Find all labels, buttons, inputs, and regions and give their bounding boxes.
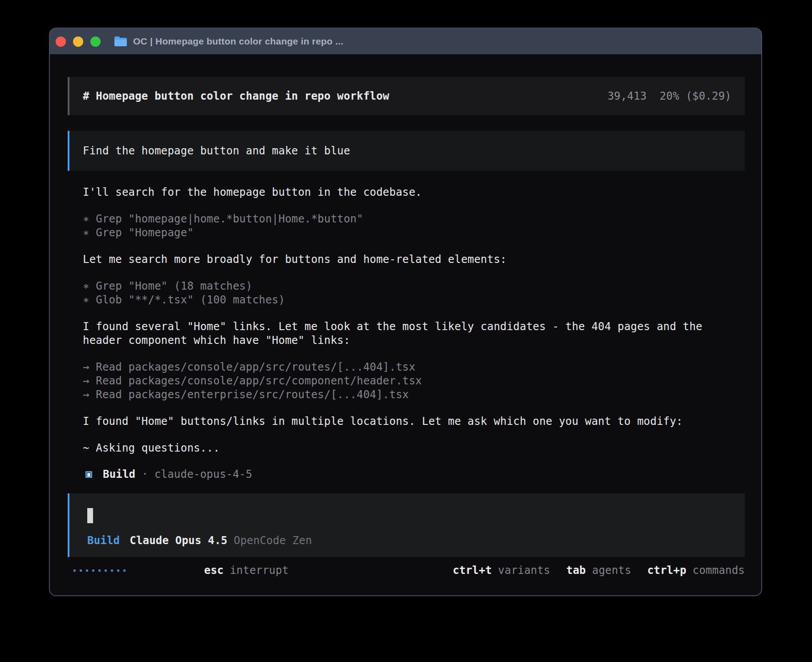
esc-key: esc [204,564,224,577]
zoom-button[interactable] [90,36,101,47]
esc-label: interrupt [230,564,288,577]
assistant-text: I found several "Home" links. Let me loo… [83,320,715,347]
tool-call-line: ∗ Grep "Home" (18 matches) [83,279,715,293]
spinner-dot [111,569,113,572]
spinner-dot [123,569,126,572]
model-id: claude-opus-4-5 [154,468,252,481]
spinner-dot [92,569,94,572]
assistant-text: ~ Asking questions... [83,441,715,455]
user-message-text: Find the homepage button and make it blu… [83,144,350,158]
agent-build-icon [85,471,92,478]
interrupt-hint: escinterrupt [139,550,288,591]
close-button[interactable] [56,36,66,47]
spinner-dot [73,569,76,572]
keybind-label: commands [693,564,745,577]
tool-call-line: ∗ Grep "Homepage" [83,226,715,240]
prompt-meta-row: Build Claude Opus 4.5 OpenCode Zen [87,534,727,548]
statusbar-hints: ctrl+tvariantstabagentsctrl+pcommands [453,564,745,577]
window-title: OC | Homepage button color change in rep… [133,36,343,47]
tool-call-line: → Read packages/enterprise/src/routes/[.… [83,388,715,402]
keybind-key: tab [566,564,586,577]
tool-call-line: → Read packages/console/app/src/componen… [83,374,715,388]
agent-status: Build · claude-opus-4-5 [83,468,761,481]
prompt-agent[interactable]: Build [87,534,120,548]
minimize-button[interactable] [73,36,83,47]
user-message: Find the homepage button and make it blu… [68,131,745,171]
spinner-dot [80,569,82,572]
spinner-dot [117,569,119,572]
prompt-provider: OpenCode Zen [234,534,312,548]
assistant-text: I found "Home" buttons/links in multiple… [83,415,715,428]
spinner-dot [86,569,88,572]
terminal-content: # Homepage button color change in repo w… [50,54,761,595]
keybind-hint: tabagents [566,564,631,577]
prompt-input[interactable]: Build Claude Opus 4.5 OpenCode Zen [68,493,745,557]
keybind-label: agents [592,564,631,577]
folder-icon [114,36,127,47]
spinner-dot [98,569,101,572]
assistant-text: I'll search for the homepage button in t… [83,186,715,199]
terminal-window: OC | Homepage button color change in rep… [49,28,762,596]
spinner-dot [105,569,107,572]
session-stats: 39,413 20% ($0.29) [608,89,731,103]
titlebar[interactable]: OC | Homepage button color change in rep… [50,28,761,54]
prompt-model[interactable]: Claude Opus 4.5 [130,534,227,548]
status-separator: · [142,468,148,481]
agent-name: Build [103,468,135,481]
spinner-dots [73,569,126,572]
tool-call-group: → Read packages/console/app/src/routes/[… [83,360,715,402]
input-cursor [87,508,93,523]
assistant-text: Let me search more broadly for buttons a… [83,253,715,266]
tool-call-group: ∗ Grep "Home" (18 matches)∗ Glob "**/*.t… [83,279,715,307]
tool-call-group: ∗ Grep "homepage|home.*button|Home.*butt… [83,212,715,240]
keybind-label: variants [498,564,550,577]
keybind-key: ctrl+t [453,564,492,577]
keybind-hint: ctrl+tvariants [453,564,550,577]
tool-call-line: ∗ Grep "homepage|home.*button|Home.*butt… [83,212,715,226]
session-title: # Homepage button color change in repo w… [83,89,390,103]
session-header: # Homepage button color change in repo w… [68,77,745,115]
statusbar: escinterrupt ctrl+tvariantstabagentsctrl… [50,557,761,584]
keybind-key: ctrl+p [647,564,686,577]
keybind-hint: ctrl+pcommands [647,564,745,577]
tool-call-line: ∗ Glob "**/*.tsx" (100 matches) [83,293,715,307]
tool-call-line: → Read packages/console/app/src/routes/[… [83,360,715,374]
transcript: I'll search for the homepage button in t… [83,171,715,455]
